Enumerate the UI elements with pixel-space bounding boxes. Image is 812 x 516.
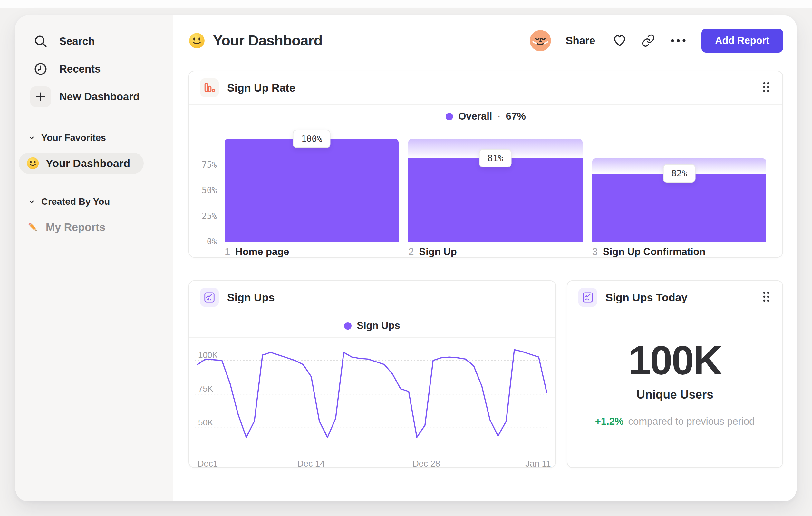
second-row: Sign Ups Sign Ups 100K75K50K Dec1Dec 14D… — [188, 280, 783, 468]
add-report-button[interactable]: Add Report — [701, 29, 783, 53]
search-icon — [30, 31, 51, 52]
line-x-tick: Dec 28 — [412, 459, 440, 469]
sidebar-item-search[interactable]: Search — [16, 27, 167, 55]
legend-dot — [446, 113, 453, 120]
funnel-bar[interactable]: 82% — [592, 128, 766, 242]
line-y-tick: 50K — [198, 418, 213, 428]
line-y-tick: 100K — [198, 350, 218, 360]
legend-separator: · — [497, 111, 500, 122]
clock-icon — [30, 59, 51, 79]
plus-icon — [30, 86, 51, 107]
sidebar-item-label: Recents — [59, 63, 100, 75]
chevron-down-icon — [28, 198, 35, 206]
sidebar-item-label: Search — [59, 35, 95, 47]
smiley-emoji-icon — [26, 157, 39, 170]
kpi-delta-value: +1.2% — [595, 416, 624, 427]
funnel-x-axis: 1Home page2Sign Up3Sign Up Confirmation — [189, 246, 782, 258]
section-title: Your Favorites — [41, 133, 106, 143]
line-legend: Sign Ups — [189, 315, 555, 337]
favorite-heart-icon[interactable] — [613, 33, 627, 48]
bar-chart-icon — [200, 78, 219, 97]
kpi-value: 100K — [568, 340, 782, 381]
funnel-legend: Overall · 67% — [189, 105, 782, 128]
funnel-value-tooltip: 82% — [663, 164, 695, 183]
funnel-step-label: 3Sign Up Confirmation — [592, 246, 766, 258]
chevron-down-icon — [28, 134, 35, 142]
sign-up-rate-card: Sign Up Rate Overall · 67% 75%50%25%0% — [188, 71, 783, 258]
more-options-icon[interactable] — [670, 37, 687, 45]
kpi-delta-row: +1.2%compared to previous period — [568, 416, 782, 427]
avatar[interactable] — [530, 30, 551, 51]
funnel-value-tooltip: 81% — [479, 149, 512, 167]
funnel-y-tick: 25% — [202, 211, 217, 221]
kpi-label: Unique Users — [568, 388, 782, 402]
dashboard-header: Your Dashboard Share — [188, 28, 783, 53]
kpi-delta-note: compared to previous period — [628, 416, 755, 427]
funnel-bar-solid — [225, 139, 399, 242]
funnel-y-tick: 50% — [202, 185, 217, 195]
funnel-step-labels: 1Home page2Sign Up3Sign Up Confirmation — [225, 246, 766, 258]
smiley-emoji-icon — [188, 32, 205, 49]
sign-ups-line-chart — [195, 340, 549, 450]
card-header: Sign Ups Today — [568, 281, 782, 314]
sidebar-item-your-dashboard[interactable]: Your Dashboard — [19, 153, 144, 174]
sign-ups-today-card: Sign Ups Today 100K Unique Users +1.2%co… — [567, 280, 783, 468]
drag-handle-icon[interactable] — [762, 81, 771, 95]
card-title: Sign Ups Today — [605, 291, 687, 304]
card-header: Sign Ups — [189, 281, 555, 314]
line-chart-icon — [578, 288, 597, 307]
section-title: Created By You — [41, 196, 110, 207]
card-title: Sign Ups — [227, 291, 274, 304]
funnel-y-tick: 75% — [202, 160, 217, 170]
line-x-tick: Dec 14 — [297, 459, 325, 469]
funnel-step-label: 1Home page — [225, 246, 399, 258]
funnel-y-tick: 0% — [207, 237, 217, 246]
copy-link-icon[interactable] — [642, 34, 655, 47]
sidebar-item-recents[interactable]: Recents — [16, 55, 167, 83]
axis-spacer — [198, 246, 225, 258]
top-strip — [0, 0, 812, 8]
line-x-tick: Jan 11 — [525, 459, 551, 469]
sidebar-item-my-reports[interactable]: My Reports — [19, 216, 119, 238]
funnel-value-tooltip: 100% — [293, 130, 330, 148]
legend-dot — [344, 322, 352, 330]
kpi-body: 100K Unique Users +1.2%compared to previ… — [568, 340, 782, 427]
funnel-bars: 100%81%82% — [225, 128, 766, 242]
sidebar-item-label: New Dashboard — [59, 91, 140, 103]
card-header: Sign Up Rate — [189, 71, 782, 104]
sidebar-item-label: Your Dashboard — [46, 157, 130, 170]
sign-ups-card: Sign Ups Sign Ups 100K75K50K Dec1Dec 14D… — [188, 280, 556, 468]
page-title: Your Dashboard — [213, 32, 323, 49]
legend-label: Sign Ups — [357, 320, 400, 331]
funnel-plot: 75%50%25%0% 100%81%82% — [189, 128, 782, 242]
title-group: Your Dashboard — [188, 32, 323, 49]
line-x-axis: Dec1Dec 14Dec 28Jan 11 — [189, 454, 555, 472]
sidebar: Search Recents New Dashboard Your Favori… — [16, 16, 173, 501]
line-x-tick: Dec1 — [198, 459, 218, 469]
app-window: Search Recents New Dashboard Your Favori… — [16, 16, 796, 501]
pencil-emoji-icon — [26, 221, 39, 234]
section-your-favorites[interactable]: Your Favorites — [16, 131, 167, 145]
sidebar-item-new-dashboard[interactable]: New Dashboard — [16, 83, 167, 111]
funnel-bar[interactable]: 100% — [225, 128, 399, 242]
line-chart-icon — [200, 288, 219, 307]
header-actions: Share Add Report — [530, 29, 783, 53]
line-plot: 100K75K50K — [189, 340, 555, 454]
line-y-tick: 75K — [198, 384, 213, 394]
funnel-y-axis: 75%50%25%0% — [198, 128, 217, 242]
funnel-bar-solid — [408, 158, 582, 242]
drag-handle-icon[interactable] — [762, 290, 771, 304]
card-title: Sign Up Rate — [227, 82, 295, 94]
legend-label: Overall — [458, 111, 492, 122]
funnel-bar-solid — [592, 173, 766, 242]
sidebar-item-label: My Reports — [46, 221, 105, 234]
share-button[interactable]: Share — [566, 34, 596, 47]
main-content: Your Dashboard Share — [173, 16, 796, 501]
legend-value: 67% — [506, 111, 526, 122]
funnel-step-label: 2Sign Up — [408, 246, 582, 258]
section-created-by-you[interactable]: Created By You — [16, 194, 167, 209]
funnel-bar[interactable]: 81% — [408, 128, 582, 242]
divider — [189, 337, 555, 338]
